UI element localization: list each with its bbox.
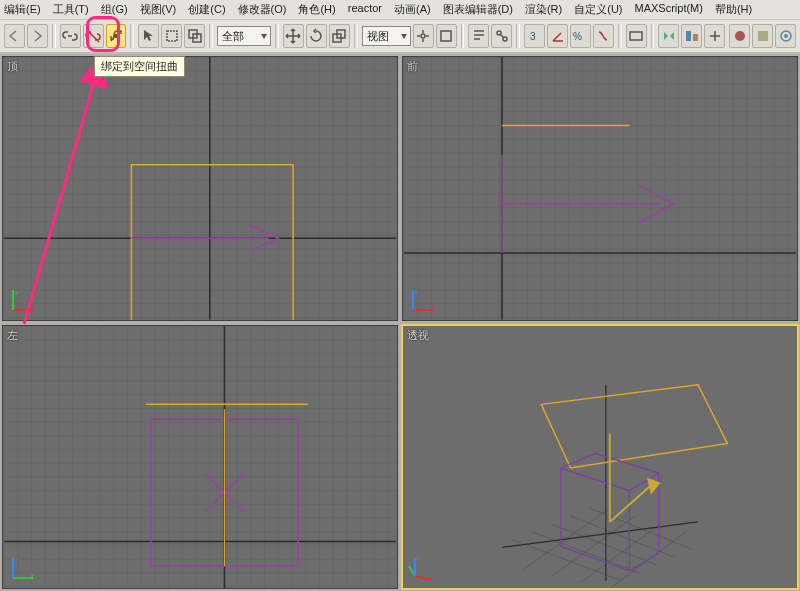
menu-help[interactable]: 帮助(H) (715, 2, 752, 19)
menu-render[interactable]: 渲染(R) (525, 2, 562, 19)
menu-reactor[interactable]: reactor (348, 2, 382, 19)
svg-line-48 (502, 521, 698, 546)
svg-rect-1 (167, 31, 177, 41)
viewport-top[interactable]: 顶 (2, 56, 398, 321)
menu-create[interactable]: 创建(C) (188, 2, 225, 19)
menu-modifiers[interactable]: 修改器(O) (238, 2, 287, 19)
svg-rect-14 (693, 34, 698, 41)
svg-text:z: z (417, 555, 420, 561)
menu-customize[interactable]: 自定义(U) (574, 2, 622, 19)
svg-rect-13 (686, 31, 691, 41)
svg-text:y: y (15, 289, 18, 295)
svg-text:x: x (431, 303, 434, 309)
menu-maxscript[interactable]: MAXScript(M) (635, 2, 703, 19)
viewport-front[interactable]: 前 xz (402, 56, 798, 321)
svg-text:z: z (15, 557, 18, 563)
axis-gizmo-icon: x z (409, 554, 437, 582)
viewport-grid: 顶 (0, 54, 800, 591)
axis-gizmo-icon: yz (9, 554, 37, 582)
svg-text:x: x (429, 575, 432, 581)
svg-rect-7 (441, 31, 451, 41)
redo-button[interactable] (27, 24, 48, 48)
viewport-scene (403, 57, 797, 320)
spacewarp-bind-button[interactable] (106, 24, 127, 48)
select-and-manipulate-button[interactable] (491, 24, 512, 48)
reference-system-combo[interactable]: 视图 (362, 26, 411, 46)
menu-character[interactable]: 角色(H) (298, 2, 335, 19)
selection-filter-combo[interactable]: 全部 (217, 26, 271, 46)
viewport-scene (403, 326, 797, 589)
menu-tools[interactable]: 工具(T) (53, 2, 89, 19)
render-button[interactable] (775, 24, 796, 48)
viewport-label: 透视 (407, 328, 429, 343)
snap-toggle-button[interactable]: 3 (524, 24, 545, 48)
render-setup-button[interactable] (752, 24, 773, 48)
viewport-scene (3, 57, 397, 320)
separator (461, 24, 465, 48)
svg-point-9 (503, 37, 507, 41)
separator (275, 24, 279, 48)
mirror-button[interactable] (658, 24, 679, 48)
select-region-button[interactable] (161, 24, 182, 48)
svg-text:3: 3 (530, 31, 536, 42)
unlink-button[interactable] (83, 24, 104, 48)
svg-text:%: % (573, 31, 582, 42)
menu-bar: 编辑(E) 工具(T) 组(G) 视图(V) 创建(C) 修改器(O) 角色(H… (0, 0, 800, 20)
svg-text:x: x (31, 303, 34, 309)
spinner-snap-button[interactable] (593, 24, 614, 48)
viewport-perspective[interactable]: 透视 (402, 325, 798, 590)
separator (354, 24, 358, 48)
viewport-scene (3, 326, 397, 589)
svg-point-0 (115, 35, 118, 38)
separator (52, 24, 56, 48)
separator (618, 24, 622, 48)
percent-snap-button[interactable]: % (570, 24, 591, 48)
separator (516, 24, 520, 48)
material-editor-button[interactable] (729, 24, 750, 48)
tooltip: 绑定到空间扭曲 (94, 56, 185, 77)
menu-grapheditor[interactable]: 图表编辑器(D) (443, 2, 513, 19)
menu-animation[interactable]: 动画(A) (394, 2, 431, 19)
svg-text:z: z (415, 289, 418, 295)
quick-align-button[interactable] (704, 24, 725, 48)
move-button[interactable] (283, 24, 304, 48)
svg-point-15 (735, 31, 745, 41)
menu-view[interactable]: 视图(V) (140, 2, 177, 19)
select-object-button[interactable] (138, 24, 159, 48)
menu-group[interactable]: 组(G) (101, 2, 128, 19)
viewport-left[interactable]: 左 yz (2, 325, 398, 590)
align-button[interactable] (681, 24, 702, 48)
rotate-button[interactable] (306, 24, 327, 48)
viewport-label: 顶 (7, 59, 18, 74)
undo-button[interactable] (4, 24, 25, 48)
angle-snap-button[interactable] (547, 24, 568, 48)
use-center-button[interactable] (413, 24, 434, 48)
axis-gizmo-icon: xz (409, 286, 437, 314)
separator (209, 24, 213, 48)
separator (651, 24, 655, 48)
svg-rect-16 (758, 31, 768, 41)
svg-point-6 (421, 34, 425, 38)
link-button[interactable] (60, 24, 81, 48)
axis-gizmo-icon: xy (9, 286, 37, 314)
named-sets-button[interactable] (626, 24, 647, 48)
svg-text:y: y (31, 571, 34, 577)
viewport-label: 前 (407, 59, 418, 74)
svg-point-8 (497, 31, 501, 35)
menu-edit[interactable]: 编辑(E) (4, 2, 41, 19)
window-crossing-button[interactable] (184, 24, 205, 48)
select-by-name-button[interactable] (468, 24, 489, 48)
toggle-button-a[interactable] (436, 24, 457, 48)
svg-point-18 (784, 34, 788, 38)
scale-button[interactable] (329, 24, 350, 48)
svg-rect-12 (630, 32, 642, 40)
viewport-label: 左 (7, 328, 18, 343)
main-toolbar: 全部 视图 3 % 绑定到空间扭曲 (0, 20, 800, 54)
separator (130, 24, 134, 48)
